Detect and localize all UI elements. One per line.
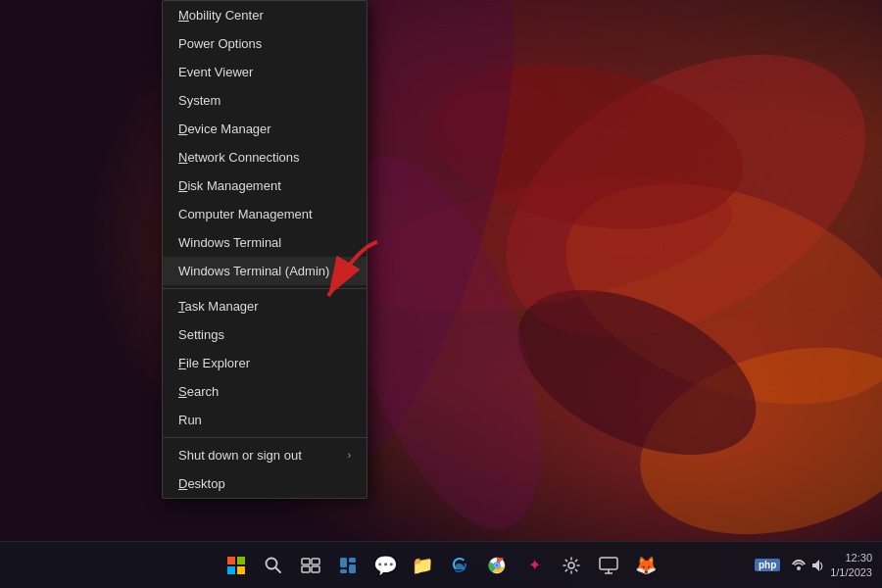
menu-label-task-manager: Task Manager <box>178 299 259 314</box>
menu-label-run: Run <box>178 413 202 427</box>
svg-rect-17 <box>302 566 310 572</box>
chevron-right-icon: › <box>348 450 351 461</box>
system-tray: 12:30 1/1/2023 <box>791 551 872 579</box>
menu-label-device-manager: Device Manager <box>178 122 271 136</box>
svg-rect-21 <box>349 564 356 573</box>
menu-item-shut-down[interactable]: Shut down or sign out › <box>163 441 367 469</box>
menu-item-windows-terminal[interactable]: Windows Terminal <box>163 228 367 257</box>
slack-button[interactable]: ✦ <box>516 548 552 583</box>
menu-item-power-options[interactable]: Power Options <box>163 29 367 58</box>
menu-label-windows-terminal-admin: Windows Terminal (Admin) <box>178 264 329 278</box>
menu-item-search[interactable]: Search <box>163 377 367 406</box>
svg-point-28 <box>568 563 574 568</box>
menu-item-file-explorer[interactable]: File Explorer <box>163 349 367 377</box>
menu-item-task-manager[interactable]: Task Manager <box>163 292 367 320</box>
menu-label-power-options: Power Options <box>178 36 262 51</box>
teams-button[interactable]: 💬 <box>368 548 403 583</box>
widgets-icon <box>339 557 357 574</box>
menu-item-windows-terminal-admin[interactable]: Windows Terminal (Admin) <box>163 257 367 285</box>
firefox-button[interactable]: 🦊 <box>628 548 663 583</box>
svg-point-27 <box>495 564 499 567</box>
svg-rect-18 <box>312 566 319 572</box>
start-button[interactable] <box>219 548 254 583</box>
date-display: 1/1/2023 <box>830 565 872 579</box>
menu-label-disk-management: Disk Management <box>178 178 281 193</box>
menu-item-system[interactable]: System <box>163 86 367 115</box>
edge-button[interactable] <box>442 548 477 583</box>
widgets-button[interactable] <box>330 548 366 583</box>
clock: 12:30 1/1/2023 <box>830 551 872 579</box>
slack-icon: ✦ <box>528 556 541 574</box>
menu-label-settings: Settings <box>178 327 224 342</box>
time-display: 12:30 <box>830 551 872 564</box>
taskbar-right: php 12:30 1/1/2023 <box>750 548 882 583</box>
menu-label-shut-down: Shut down or sign out <box>178 448 302 463</box>
taskbar-search-button[interactable] <box>256 548 291 583</box>
gear-icon <box>563 557 580 574</box>
svg-rect-19 <box>340 558 347 567</box>
taskbar-center: 💬 📁 <box>219 548 663 583</box>
menu-item-run[interactable]: Run <box>163 406 367 434</box>
svg-rect-15 <box>302 559 310 564</box>
menu-label-mobility-center: Mobility Center <box>178 8 264 23</box>
menu-item-settings[interactable]: Settings <box>163 320 367 349</box>
menu-item-mobility-center[interactable]: Mobility Center <box>163 1 367 29</box>
windows-logo-icon <box>227 557 245 574</box>
svg-rect-20 <box>349 558 356 563</box>
menu-label-network-connections: Network Connections <box>178 150 300 165</box>
volume-icon <box>810 558 826 573</box>
file-explorer-icon: 📁 <box>412 555 433 576</box>
svg-point-32 <box>797 566 801 570</box>
chrome-button[interactable] <box>479 548 514 583</box>
network-icon <box>791 558 807 573</box>
teams-icon: 💬 <box>373 554 398 577</box>
menu-item-computer-management[interactable]: Computer Management <box>163 200 367 228</box>
svg-line-14 <box>275 567 280 572</box>
menu-label-computer-management: Computer Management <box>178 207 313 221</box>
display-icon <box>599 557 618 574</box>
taskbar-settings-button[interactable] <box>554 548 589 583</box>
menu-label-desktop: Desktop <box>178 476 225 491</box>
menu-item-desktop[interactable]: Desktop <box>163 469 367 498</box>
search-icon <box>265 557 282 574</box>
chrome-icon <box>487 556 507 575</box>
menu-item-disk-management[interactable]: Disk Management <box>163 172 367 200</box>
task-view-icon <box>301 558 320 573</box>
firefox-icon: 🦊 <box>635 555 657 576</box>
svg-rect-29 <box>600 558 617 569</box>
taskbar: 💬 📁 <box>0 541 882 588</box>
svg-rect-22 <box>340 569 347 573</box>
php-badge: php <box>755 559 780 571</box>
desktop: Mobility Center Power Options Event View… <box>0 0 882 588</box>
menu-label-event-viewer: Event Viewer <box>178 65 253 79</box>
task-view-button[interactable] <box>293 548 328 583</box>
file-explorer-button[interactable]: 📁 <box>405 548 440 583</box>
menu-divider-2 <box>163 437 367 438</box>
menu-item-event-viewer[interactable]: Event Viewer <box>163 58 367 86</box>
desktop-background <box>0 0 882 588</box>
menu-divider-1 <box>163 288 367 289</box>
menu-label-search: Search <box>178 384 219 399</box>
php-badge-button[interactable]: php <box>750 548 785 583</box>
menu-item-device-manager[interactable]: Device Manager <box>163 115 367 143</box>
display-button[interactable] <box>591 548 626 583</box>
menu-label-system: System <box>178 93 220 108</box>
menu-item-network-connections[interactable]: Network Connections <box>163 143 367 172</box>
menu-label-windows-terminal: Windows Terminal <box>178 235 281 250</box>
svg-rect-16 <box>312 559 319 564</box>
context-menu: Mobility Center Power Options Event View… <box>162 0 368 499</box>
edge-icon <box>450 556 469 575</box>
menu-label-file-explorer: File Explorer <box>178 356 250 370</box>
